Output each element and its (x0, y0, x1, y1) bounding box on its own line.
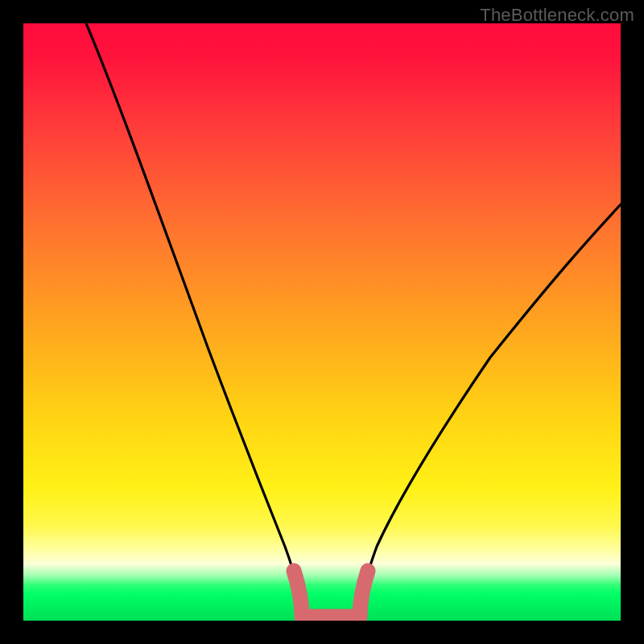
outer-frame: TheBottleneck.com (0, 0, 644, 644)
highlight-path (294, 571, 368, 617)
watermark-text: TheBottleneck.com (480, 5, 634, 26)
curve-path (86, 23, 621, 617)
bottleneck-curve (23, 23, 621, 621)
plot-area (23, 23, 621, 621)
